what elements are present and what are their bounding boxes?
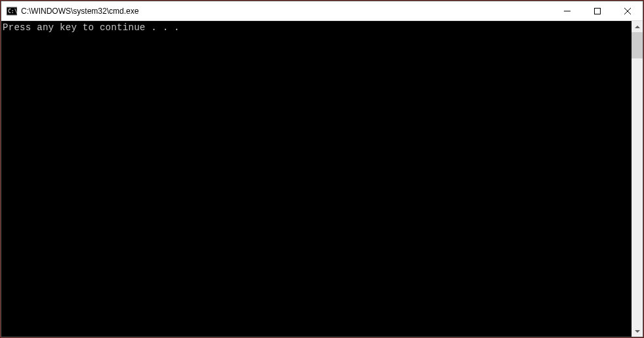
chevron-down-icon <box>635 330 640 333</box>
window-controls <box>552 1 643 20</box>
close-button[interactable] <box>612 1 643 20</box>
window-title: C:\WINDOWS\system32\cmd.exe <box>21 7 552 16</box>
scrollbar-thumb[interactable] <box>632 32 643 58</box>
titlebar[interactable]: C:\ C:\WINDOWS\system32\cmd.exe <box>1 1 643 21</box>
cmd-icon: C:\ <box>7 6 17 16</box>
chevron-up-icon <box>635 26 640 28</box>
scroll-up-button[interactable] <box>632 21 643 32</box>
scrollbar-track[interactable] <box>632 32 643 326</box>
maximize-button[interactable] <box>582 1 612 20</box>
console-output[interactable]: Press any key to continue . . . <box>1 21 632 337</box>
svg-text:C:\: C:\ <box>8 9 17 14</box>
client-area: Press any key to continue . . . <box>1 21 643 337</box>
minimize-button[interactable] <box>552 1 582 20</box>
cmd-window: C:\ C:\WINDOWS\system32\cmd.exe Press an… <box>1 1 643 337</box>
scroll-down-button[interactable] <box>632 326 643 337</box>
vertical-scrollbar[interactable] <box>632 21 643 337</box>
svg-rect-3 <box>595 8 601 14</box>
